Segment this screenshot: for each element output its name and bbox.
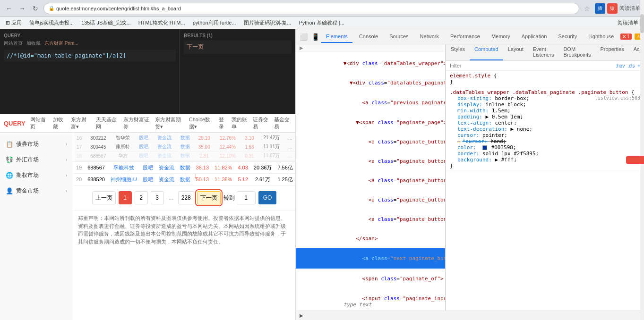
row-data[interactable]: 数据 xyxy=(177,162,193,174)
nav-item-fut[interactable]: 东方财富期货▾ xyxy=(155,116,184,130)
nav-item-east[interactable]: 东方财富▾ xyxy=(71,116,91,130)
sidebar-forex-label: 外汇市场 xyxy=(16,156,39,164)
styles-tabs: Styles Computed Layout Event Listeners D… xyxy=(446,44,644,61)
extension-button-1[interactable]: 插 xyxy=(595,3,605,14)
sidebar-item-gold[interactable]: 👤 黄金市场 › xyxy=(0,183,73,199)
bookmark-star-button[interactable]: ☆ xyxy=(582,5,592,12)
data-table: 19 688567 孚能科技 股吧 资金流 数据 38.13 11.82% 4.… xyxy=(73,162,295,185)
bottom-status-bar: ▶ xyxy=(296,311,644,320)
row-volume: 2.61万 xyxy=(251,174,275,185)
row-name: 孚能科技 xyxy=(108,162,140,174)
pagination: ↓ 上一页 1 2 3 ... 228 下一页 转到 GO xyxy=(73,185,295,210)
sidebar-item-forex[interactable]: 💱 外汇市场 › xyxy=(0,152,73,168)
page-1-button[interactable]: 1 xyxy=(119,191,132,204)
row-amount: 7.56亿 xyxy=(275,162,295,174)
forward-button[interactable]: → xyxy=(17,3,27,14)
bookmark-6[interactable]: Python 基础教程 |... xyxy=(297,18,346,27)
row-code: 688567 xyxy=(85,162,108,174)
go-button[interactable]: GO xyxy=(258,191,277,204)
tab-performance[interactable]: Performance xyxy=(446,31,485,43)
devtools-content: ▶ ▼<div class="dataTables_wrapper"> ▼<di… xyxy=(296,44,644,311)
refresh-button[interactable]: ↻ xyxy=(30,3,41,14)
nav-item-home[interactable]: 网站首页 xyxy=(30,116,48,130)
css-rules-panel: element.style { } .dataTables_wrapper .d… xyxy=(446,71,644,311)
tab-styles[interactable]: Styles xyxy=(446,44,470,60)
tab-network[interactable]: Network xyxy=(415,31,444,43)
address-bar[interactable]: 🔒 quote.eastmoney.com/center/gridlist.ht… xyxy=(43,3,579,14)
color-swatch-blue xyxy=(482,145,487,150)
nav-fund-trading[interactable]: 基金交易 xyxy=(274,116,292,130)
filter-input[interactable] xyxy=(450,63,613,68)
tab-event-listeners[interactable]: Event Listeners xyxy=(528,44,559,60)
nav-account[interactable]: 我的账单 xyxy=(232,116,249,130)
row-data[interactable]: 数据 xyxy=(177,174,193,185)
row-cashflow[interactable]: 资金流 xyxy=(156,174,177,185)
table-container: 16 300212 智华荣 股吧 资金流 数据 29.10 12.76% 3.1… xyxy=(73,133,295,320)
feedback-button[interactable]: 查见反馈 xyxy=(626,156,644,164)
back-button[interactable]: ← xyxy=(4,3,14,14)
css-display: display: inline-block; xyxy=(450,101,640,108)
reading-list-button[interactable]: 阅读清单 xyxy=(616,18,640,27)
page-2-button[interactable]: 2 xyxy=(135,191,148,204)
sidebar-item-options[interactable]: 🌐 期权市场 › xyxy=(0,168,73,183)
nav-item-fav[interactable]: 加收藏 xyxy=(53,116,66,130)
html-line-2: ▼<div class="dataTables_paginate paging_… xyxy=(296,73,445,93)
filter-hov[interactable]: :hov xyxy=(616,63,625,68)
reader-mode-button[interactable]: 阅读清单 xyxy=(619,5,640,12)
tab-application[interactable]: Application xyxy=(517,31,552,43)
tab-dom-breakpoints[interactable]: DOM Breakpoints xyxy=(558,44,595,60)
page-3-button[interactable]: 3 xyxy=(151,191,164,204)
tab-console[interactable]: Console xyxy=(354,31,383,43)
devtools-panel: ⬜ 📱 Elements Console Sources Network Per… xyxy=(295,29,644,320)
next-page-button[interactable]: 下一页 xyxy=(197,191,221,204)
nav-trading[interactable]: 证券交易 xyxy=(253,116,270,130)
options-icon: 🌐 xyxy=(6,172,13,179)
tab-properties[interactable]: Properties xyxy=(596,44,629,60)
html-code-panel: ▼<div class="dataTables_wrapper"> ▼<div … xyxy=(296,52,445,311)
html-line-5: <a class="paginate_button current" data-… xyxy=(296,132,445,152)
tab-sources[interactable]: Sources xyxy=(385,31,413,43)
bookmark-1[interactable]: 简单js实现点击投... xyxy=(27,18,76,27)
sidebar-gold-label: 黄金市场 xyxy=(16,187,39,195)
nav-item-choice[interactable]: Choice数据▾ xyxy=(189,116,215,130)
sidebar-options-label: 期权市场 xyxy=(16,171,39,179)
row-cashflow[interactable]: 资金流 xyxy=(156,162,177,174)
html-line-11-highlighted[interactable]: <a class="next paginate_button xh-highli… xyxy=(296,248,445,269)
prev-page-button[interactable]: 上一页 xyxy=(92,191,116,204)
bookmark-5[interactable]: 图片验证码识别-复... xyxy=(242,18,293,27)
page-goto-input[interactable] xyxy=(237,191,256,204)
html-line-9: <a class="paginate_button disabled" data… xyxy=(296,210,445,229)
nav-item-fund[interactable]: 天天基金网 xyxy=(96,116,118,130)
filter-cls[interactable]: .cls xyxy=(627,63,635,68)
row-guba[interactable]: 股吧 xyxy=(140,162,156,174)
tab-elements[interactable]: Elements xyxy=(321,31,352,43)
last-page-button[interactable]: 228 xyxy=(178,191,194,204)
error-count: 1 xyxy=(627,34,630,39)
nav-login[interactable]: 登录 xyxy=(219,116,228,130)
results-section: RESULTS (1) 下一页 xyxy=(180,29,295,114)
devtools-inspect-button[interactable]: ⬜ xyxy=(300,33,308,41)
extension-button-2[interactable]: 猿 xyxy=(607,3,618,14)
tab-security[interactable]: Security xyxy=(553,31,582,43)
bookmark-2[interactable]: 135话 JS基础_完成... xyxy=(79,18,133,27)
table-row: 20 688520 神州细胞-U 股吧 资金流 数据 50.13 11.38% … xyxy=(73,174,295,185)
forex-icon: 💱 xyxy=(6,156,13,163)
bookmark-4[interactable]: python利用Turtle... xyxy=(191,18,238,27)
status-text: ▶ xyxy=(300,313,303,318)
chevron-right-icon: › xyxy=(66,142,67,147)
content-layout: 📋 债券市场 › 💱 外汇市场 › 🌐 期权市场 xyxy=(0,133,295,320)
html-line-13: <input class="paginate_input" type="text… xyxy=(296,289,445,311)
nav-item-sec[interactable]: 东方财富证券 xyxy=(123,116,150,130)
sidebar-item-bonds[interactable]: 📋 债券市场 › xyxy=(0,136,73,152)
bookmark-3[interactable]: HTML格式化 HTM... xyxy=(137,18,187,27)
tab-lighthouse[interactable]: Lighthouse xyxy=(584,31,618,43)
tab-memory[interactable]: Memory xyxy=(487,31,515,43)
row-guba[interactable]: 股吧 xyxy=(140,174,156,185)
tab-layout[interactable]: Layout xyxy=(503,44,528,60)
css-min-width: min-width: 1.5em; xyxy=(450,108,640,114)
bookmark-apps[interactable]: ⊞ 应用 xyxy=(4,18,24,27)
devtools-toolbar: ⬜ 📱 Elements Console Sources Network Per… xyxy=(296,29,644,44)
html-line-6: <a class="paginate_button" data-index="2… xyxy=(296,152,445,171)
tab-computed[interactable]: Computed xyxy=(470,44,503,60)
devtools-mobile-button[interactable]: 📱 xyxy=(311,33,319,41)
